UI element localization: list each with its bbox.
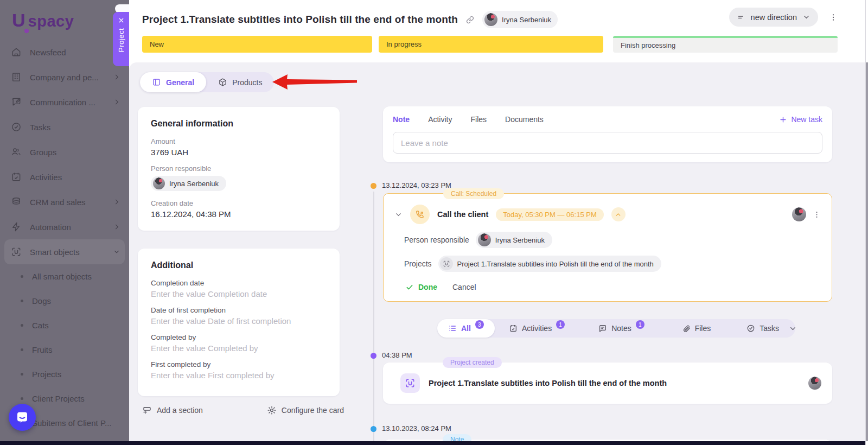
field-placeholder[interactable]: Enter the value Date of first completion — [151, 316, 327, 326]
tab-general[interactable]: General — [140, 72, 206, 92]
filter-notes[interactable]: Notes 1 — [589, 319, 654, 338]
sidebar-subitem-projects[interactable]: Projects — [0, 362, 129, 386]
avatar — [808, 377, 821, 390]
bottom-edge-bar — [0, 441, 868, 445]
chevron-down-icon — [789, 325, 797, 333]
building-icon — [11, 72, 22, 82]
sidebar-item-label: Activities — [30, 173, 120, 182]
sidebar-item-label: Company and pe... — [30, 73, 105, 82]
sidebar-subitem-all-smart-objects[interactable]: All smart objects — [0, 264, 129, 289]
filter-files[interactable]: Files — [673, 319, 721, 338]
link-icon[interactable] — [465, 15, 475, 24]
filter-activities[interactable]: Activities 1 — [499, 319, 575, 338]
field-label: Completed by — [151, 333, 327, 341]
chevron-right-icon — [113, 73, 120, 81]
configure-card-button[interactable]: Configure the card — [267, 405, 344, 415]
projects-label: Projects — [404, 259, 432, 268]
person-chip[interactable]: Iryna Serbeniuk — [151, 176, 226, 191]
scan-object-icon — [400, 373, 420, 393]
call-schedule-pill[interactable]: Today, 05:30 PM — 06:15 PM — [496, 208, 603, 221]
owner-chip[interactable]: Iryna Serbeniuk — [482, 11, 558, 28]
sidebar-item-automation[interactable]: Automation — [0, 214, 129, 239]
timeline-timestamp: 13.10.2023, 08:24 PM — [382, 424, 451, 433]
chevron-down-icon[interactable] — [394, 211, 403, 219]
timeline-dot-call — [371, 183, 376, 189]
call-icon — [410, 205, 430, 224]
app-logo[interactable]: U spacy — [0, 0, 129, 34]
scan-object-icon — [11, 246, 22, 257]
field-placeholder[interactable]: Enter the value First completed by — [151, 371, 327, 380]
sidebar-subitem-dogs[interactable]: Dogs — [0, 289, 129, 313]
scrollbar[interactable] — [865, 0, 868, 445]
direction-dropdown[interactable]: new direction — [729, 8, 818, 27]
add-section-button[interactable]: Add a section — [142, 405, 203, 415]
done-button[interactable]: Done — [405, 283, 437, 291]
timeline-dot-created — [371, 353, 376, 359]
tab-files[interactable]: Files — [470, 115, 487, 124]
sidebar-subitem-label: Cats — [32, 321, 49, 330]
tab-activity[interactable]: Activity — [428, 115, 452, 124]
composer-card: Note Activity Files Documents New task — [383, 106, 832, 162]
creation-date-value[interactable]: 16.12.2024, 04:38 PM — [151, 209, 327, 219]
avatar — [484, 13, 497, 26]
count-badge: 1 — [636, 320, 644, 329]
project-tab[interactable]: Project — [113, 12, 129, 66]
tab-products[interactable]: Products — [206, 72, 274, 92]
sidebar-item-tasks[interactable]: Tasks — [0, 115, 129, 139]
filter-all[interactable]: All 3 — [437, 319, 495, 338]
configure-card-label: Configure the card — [282, 406, 344, 415]
tab-documents[interactable]: Documents — [505, 115, 544, 124]
person-chip[interactable]: Iryna Serbeniuk — [476, 232, 552, 248]
stage-in-progress[interactable]: In progress — [379, 36, 603, 53]
chevron-right-icon — [113, 98, 120, 106]
close-icon[interactable] — [118, 17, 125, 24]
field-placeholder[interactable]: Enter the value Completion date — [151, 289, 327, 298]
sidebar-item-newsfeed[interactable]: Newsfeed — [0, 40, 129, 65]
tab-note[interactable]: Note — [393, 115, 410, 124]
kebab-menu[interactable] — [827, 11, 840, 24]
logo-u-letter: U — [12, 10, 25, 31]
sidebar-nav: Newsfeed Company and pe... Communication… — [0, 40, 129, 435]
stage-label: New — [150, 40, 164, 48]
sidebar-item-crm[interactable]: CRM and sales — [0, 189, 129, 214]
cancel-button[interactable]: Cancel — [452, 283, 476, 291]
kebab-icon[interactable] — [813, 211, 821, 219]
card-title: General information — [151, 119, 327, 129]
field-label: Creation date — [151, 199, 327, 207]
project-created-card: Project created Project 1.Translate subt… — [383, 363, 832, 404]
sidebar-subitem-cats[interactable]: Cats — [0, 313, 129, 338]
sidebar-subitem-label: All smart objects — [32, 272, 92, 281]
stage-new[interactable]: New — [142, 36, 372, 53]
sidebar-item-label: Newsfeed — [30, 48, 120, 57]
sidebar-subitem-fruits[interactable]: Fruits — [0, 338, 129, 362]
project-chip[interactable]: Project 1.Translate subtitles into Polis… — [438, 256, 661, 272]
stage-finish-processing[interactable]: Finish processing — [613, 36, 838, 53]
new-task-button[interactable]: New task — [779, 115, 822, 124]
avatar — [478, 233, 491, 246]
filter-expand-chevron[interactable] — [789, 325, 806, 333]
chat-bubble-button[interactable] — [9, 404, 36, 431]
amount-value[interactable]: 3769 UAH — [151, 148, 327, 157]
check-circle-icon — [11, 122, 22, 132]
filter-label: Notes — [611, 324, 631, 333]
card-title: Additional — [151, 260, 327, 270]
sidebar-item-company[interactable]: Company and pe... — [0, 65, 129, 90]
filter-label: All — [461, 324, 471, 333]
sidebar-item-communication[interactable]: Communication ... — [0, 90, 129, 115]
annotation-arrow — [271, 73, 358, 91]
plus-icon — [779, 116, 787, 124]
note-input[interactable] — [393, 132, 822, 154]
stage-label: Finish processing — [621, 41, 675, 49]
entity-tabs: General Products — [140, 72, 274, 92]
timeline-line — [373, 192, 374, 445]
scrollbar-thumb[interactable] — [866, 62, 868, 441]
filter-tasks[interactable]: Tasks — [737, 319, 789, 338]
database-icon — [11, 196, 22, 207]
sidebar-item-activities[interactable]: Activities — [0, 164, 129, 189]
collapse-button[interactable] — [611, 207, 626, 221]
sidebar-item-groups[interactable]: Groups — [0, 139, 129, 164]
sidebar-item-smart-objects[interactable]: Smart objects — [4, 239, 125, 264]
card-icon — [152, 78, 161, 87]
bullet-dot — [21, 373, 23, 376]
field-placeholder[interactable]: Enter the value Completed by — [151, 344, 327, 353]
